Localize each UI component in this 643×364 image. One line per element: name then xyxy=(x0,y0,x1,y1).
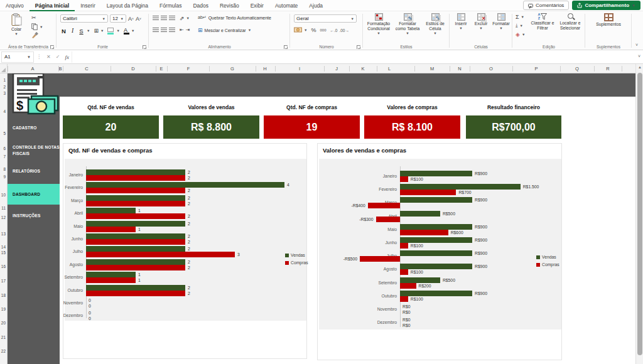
row-header-1[interactable]: 1 xyxy=(3,78,6,82)
row-header-8[interactable]: 8 xyxy=(3,167,6,171)
select-all-corner[interactable] xyxy=(0,64,8,73)
conditional-formatting-button[interactable]: Formatação Condicional ▼ xyxy=(364,13,393,42)
column-header-O[interactable]: O xyxy=(489,64,493,73)
bold-button[interactable]: N xyxy=(60,28,67,35)
addins-button[interactable]: Suplementos xyxy=(590,13,627,42)
vertical-scrollbar[interactable]: ▲ xyxy=(635,64,643,364)
wrap-text-button[interactable]: ab↵ Quebrar Texto Automaticamente xyxy=(198,15,271,20)
column-header-B[interactable]: B xyxy=(58,64,62,73)
sidebar-item-controle-de-notas-fiscais[interactable]: CONTROLE DE NOTAS FISCAIS xyxy=(8,142,60,159)
chart-card-qtd[interactable]: Qtd. NF de vendas e comprasJaneiro22Feve… xyxy=(63,143,307,359)
accounting-format-icon[interactable] xyxy=(294,27,302,33)
cut-button[interactable]: ✂ xyxy=(31,14,36,21)
row-header-12[interactable]: 12 xyxy=(1,215,6,220)
row-header-22[interactable]: 22 xyxy=(1,349,6,353)
menu-tab-inserir[interactable]: Inserir xyxy=(75,0,101,11)
column-header-P[interactable]: P xyxy=(534,64,538,73)
dialog-launcher-icon[interactable] xyxy=(357,45,360,49)
column-header-Q[interactable]: Q xyxy=(575,64,579,73)
row-header-5[interactable]: 5 xyxy=(3,131,6,136)
autosum-button[interactable]: Σ▼ xyxy=(516,14,524,20)
format-cells-button[interactable]: Formatar ▼ xyxy=(491,13,511,42)
menu-tab-página-inicial[interactable]: Página Inicial xyxy=(30,0,75,11)
enter-icon[interactable]: ✓ xyxy=(53,54,63,60)
delete-cells-button[interactable]: ✕ Excluir ▼ xyxy=(471,13,491,42)
borders-button[interactable]: ⊞ xyxy=(94,28,99,34)
paste-button[interactable]: Colar ▼ xyxy=(5,13,28,42)
row-header-15[interactable]: 15 xyxy=(1,250,6,255)
row-header-14[interactable]: 14 xyxy=(1,245,6,249)
format-as-table-button[interactable]: ✎ Formatar como Tabela ▼ xyxy=(393,13,422,42)
scroll-up-arrow[interactable]: ▲ xyxy=(636,65,643,69)
copy-button[interactable]: ▼ xyxy=(31,23,43,30)
column-header-H[interactable]: H xyxy=(263,64,266,73)
row-header-19[interactable]: 19 xyxy=(1,307,6,311)
share-button[interactable]: Compartilhamento ▼ xyxy=(572,1,640,10)
find-select-button[interactable]: Localizar e Selecionar xyxy=(556,13,584,42)
row-header-9[interactable]: 9 xyxy=(3,174,6,179)
column-header-E[interactable]: E xyxy=(159,64,163,73)
row-header-7[interactable]: 7 xyxy=(3,154,6,159)
dialog-launcher-icon[interactable] xyxy=(143,45,146,49)
font-name-select[interactable]: Calibri▼ xyxy=(60,14,108,23)
row-header-18[interactable]: 18 xyxy=(1,293,6,297)
column-header-K[interactable]: K xyxy=(361,64,364,73)
menu-tab-ajuda[interactable]: Ajuda xyxy=(303,0,328,11)
increase-decimal-button[interactable]: ←.0 xyxy=(330,28,337,33)
collapse-ribbon-button[interactable]: ˅ xyxy=(635,43,638,47)
align-bottom-button[interactable] xyxy=(169,16,175,21)
grow-font-button[interactable]: A˄ xyxy=(128,16,134,22)
menu-tab-layout-da-página[interactable]: Layout da Página xyxy=(101,0,154,11)
row-header-17[interactable]: 17 xyxy=(1,279,6,283)
formula-input[interactable] xyxy=(72,51,634,63)
row-headers[interactable]: 12345678910111213141516171819202122 xyxy=(0,73,8,364)
font-size-select[interactable]: 12▼ xyxy=(110,14,126,23)
align-top-button[interactable] xyxy=(153,16,159,21)
scrollbar-thumb[interactable] xyxy=(637,73,642,355)
column-header-J[interactable]: J xyxy=(335,64,338,73)
cell-styles-button[interactable]: ✎ Estilos de Célula ▼ xyxy=(422,13,448,42)
row-header-20[interactable]: 20 xyxy=(1,321,6,325)
fill-button[interactable]: ⤓▼ xyxy=(516,23,523,29)
align-center-button[interactable] xyxy=(161,28,167,33)
orientation-button[interactable]: ⇗ xyxy=(180,15,185,21)
row-header-11[interactable]: 11 xyxy=(1,206,6,210)
sidebar-item-cadastro[interactable]: CADASTRO xyxy=(8,123,60,133)
sort-filter-button[interactable]: AZ Classificar e Filtrar xyxy=(529,13,556,42)
column-header-C[interactable]: C xyxy=(85,64,88,73)
chart-card-valores[interactable]: Valores de vendas e comprasJaneiroR$900R… xyxy=(317,143,562,360)
row-header-3[interactable]: 3 xyxy=(3,91,6,95)
menu-tab-fórmulas[interactable]: Fórmulas xyxy=(154,0,187,11)
column-header-A[interactable]: A xyxy=(31,64,34,73)
insert-function-button[interactable]: fx xyxy=(62,54,72,60)
row-header-16[interactable]: 16 xyxy=(1,264,6,269)
fill-color-button[interactable] xyxy=(107,28,114,35)
shrink-font-button[interactable]: A˅ xyxy=(136,16,141,22)
row-header-2[interactable]: 2 xyxy=(3,85,6,89)
expand-formula-bar-button[interactable]: ˅ xyxy=(638,54,640,58)
font-color-button[interactable]: A xyxy=(124,27,129,35)
column-header-N[interactable]: N xyxy=(458,64,461,73)
increase-indent-button[interactable]: ⇥ xyxy=(186,27,190,33)
column-header-M[interactable]: M xyxy=(430,64,434,73)
comma-style-button[interactable]: 000 xyxy=(320,28,326,32)
italic-button[interactable]: I xyxy=(69,28,76,34)
column-header-G[interactable]: G xyxy=(230,64,234,73)
clear-button[interactable]: ◈▼ xyxy=(516,31,525,38)
row-header-13[interactable]: 13 xyxy=(1,232,6,236)
column-header-I[interactable]: I xyxy=(299,64,300,73)
column-header-R[interactable]: R xyxy=(606,64,609,73)
align-right-button[interactable] xyxy=(169,28,175,33)
percent-style-button[interactable]: % xyxy=(311,27,316,33)
column-header-D[interactable]: D xyxy=(131,64,134,73)
menu-tab-dados[interactable]: Dados xyxy=(187,0,214,11)
menu-tab-revisão[interactable]: Revisão xyxy=(214,0,245,11)
comments-button[interactable]: Comentários xyxy=(523,1,569,10)
column-headers[interactable]: ABCDEFGHIJKLMNOPQR xyxy=(0,64,643,73)
menu-tab-automate[interactable]: Automate xyxy=(269,0,303,11)
row-header-21[interactable]: 21 xyxy=(1,335,6,340)
decrease-decimal-button[interactable]: .00→ xyxy=(339,28,349,33)
row-header-4[interactable]: 4 xyxy=(3,109,6,114)
dialog-launcher-icon[interactable] xyxy=(50,45,54,49)
dialog-launcher-icon[interactable] xyxy=(284,45,288,49)
